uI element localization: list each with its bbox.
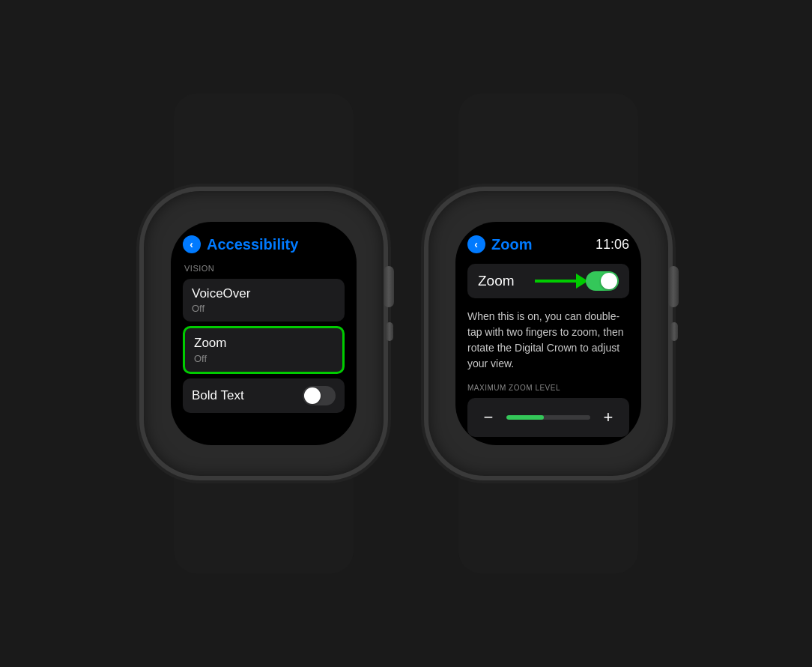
zoom-item-highlighted[interactable]: Zoom Off (183, 326, 345, 373)
back-button-right[interactable]: ‹ (467, 235, 485, 253)
plus-icon: + (604, 408, 613, 427)
header-left-group: ‹ Zoom (467, 235, 532, 253)
accessibility-title: Accessibility (207, 236, 298, 253)
zoom-slider-row: − + (467, 398, 629, 437)
voiceover-item[interactable]: VoiceOver Off (183, 279, 345, 322)
accessibility-screen: ‹ Accessibility VISION VoiceOver Off Zoo… (171, 222, 357, 445)
back-button-left[interactable]: ‹ (183, 235, 201, 253)
zoom-arrow (535, 274, 588, 289)
zoom-toggle-row[interactable]: Zoom (467, 264, 629, 298)
watch-body-right: ‹ Zoom 11:06 Zoom (428, 191, 668, 476)
zoom-screen: ‹ Zoom 11:06 Zoom (455, 222, 641, 445)
zoom-slider-track[interactable] (506, 415, 590, 420)
screen-header-right: ‹ Zoom 11:06 (467, 235, 629, 253)
band-bottom-left (174, 468, 354, 573)
zoom-slider-fill (506, 415, 544, 420)
max-zoom-label: MAXIMUM ZOOM LEVEL (467, 384, 629, 392)
zoom-title-left: Zoom (194, 336, 333, 351)
voiceover-title: VoiceOver (192, 286, 336, 301)
zoom-toggle-label: Zoom (478, 273, 515, 289)
watch-button-right (670, 322, 678, 341)
zoom-description: When this is on, you can double-tap with… (467, 309, 629, 372)
back-chevron-left: ‹ (190, 239, 193, 250)
screen-header-left: ‹ Accessibility (183, 235, 345, 253)
zoom-toggle-switch[interactable] (586, 271, 619, 291)
voiceover-subtitle: Off (192, 303, 336, 314)
right-watch: ‹ Zoom 11:06 Zoom (428, 191, 668, 476)
zoom-subtitle-left: Off (194, 353, 333, 364)
watch-body-left: ‹ Accessibility VISION VoiceOver Off Zoo… (144, 191, 384, 476)
back-chevron-right: ‹ (474, 239, 478, 250)
bold-text-title: Bold Text (192, 388, 244, 403)
zoom-plus-button[interactable]: + (596, 405, 620, 429)
toggle-knob-bold (304, 387, 321, 404)
watch-crown-right (668, 266, 679, 307)
bold-text-toggle[interactable] (303, 386, 336, 405)
watch-screen-right: ‹ Zoom 11:06 Zoom (455, 222, 641, 445)
watch-crown-left (384, 266, 394, 307)
minus-icon: − (484, 408, 494, 427)
watch-screen-left: ‹ Accessibility VISION VoiceOver Off Zoo… (171, 222, 357, 445)
vision-section-label: VISION (183, 264, 345, 273)
toggle-knob-zoom (601, 273, 617, 289)
time-display: 11:06 (596, 237, 629, 253)
band-top-left (174, 94, 354, 199)
bold-text-item[interactable]: Bold Text (183, 378, 345, 413)
left-watch: ‹ Accessibility VISION VoiceOver Off Zoo… (144, 191, 384, 476)
zoom-screen-title: Zoom (491, 236, 532, 253)
band-top-right (458, 94, 638, 199)
watch-button-left (386, 322, 393, 341)
arrow-line (535, 280, 576, 283)
zoom-minus-button[interactable]: − (476, 405, 500, 429)
band-bottom-right (458, 468, 638, 573)
